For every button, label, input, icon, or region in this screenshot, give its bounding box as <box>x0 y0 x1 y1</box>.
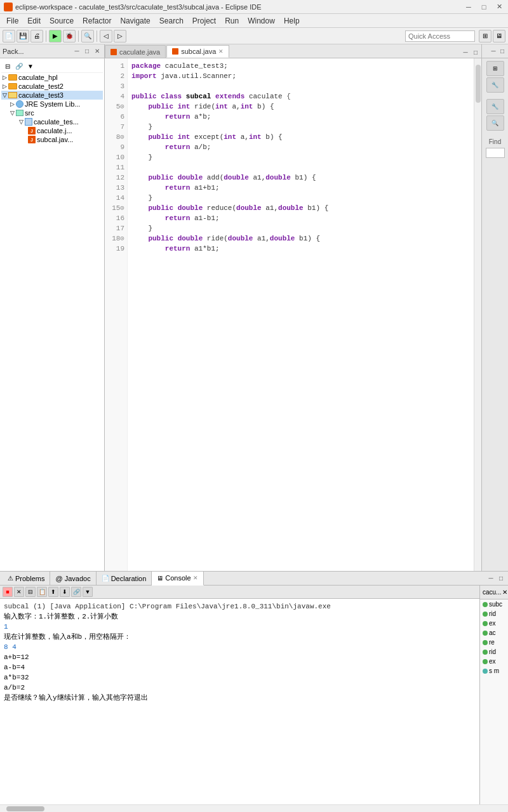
outline-item-subcal[interactable]: subc <box>480 599 508 609</box>
menu-project[interactable]: Project <box>189 15 220 27</box>
close-panel-button[interactable]: ✕ <box>93 47 102 56</box>
save-button[interactable]: 💾 <box>17 30 29 43</box>
tree-item-caculate-hpl[interactable]: ▷ caculate_hpl <box>1 73 103 82</box>
perspective-button[interactable]: ⊞ <box>479 30 491 43</box>
tab-label: subcal.java <box>181 48 216 55</box>
menu-source[interactable]: Source <box>46 15 77 27</box>
code-editor[interactable]: package caculate_test3; import java.util… <box>128 58 474 571</box>
tree-item-jre[interactable]: ▷ JRE System Lib... <box>1 100 103 108</box>
method-dot-icon <box>483 650 488 655</box>
tree-item-caculate-test3[interactable]: ▽ caculate_test3 <box>1 91 103 100</box>
menu-help[interactable]: Help <box>280 15 304 27</box>
maximize-editor-button[interactable]: □ <box>471 48 480 56</box>
menu-refactor[interactable]: Refactor <box>79 15 115 27</box>
tab-caculate-java[interactable]: caculate.java <box>105 45 166 58</box>
right-panel-minimize[interactable]: ─ <box>489 47 498 56</box>
tree-label: caculate_hpl <box>18 74 58 81</box>
method-dot-icon <box>483 621 488 626</box>
find-section: Find <box>483 137 507 158</box>
outline-item-rid2[interactable]: rid <box>480 647 508 657</box>
console-clear-button[interactable]: ✕ <box>14 587 24 597</box>
static-method-dot-icon <box>483 669 488 674</box>
rp-btn-3[interactable]: 🔧 <box>486 99 504 114</box>
tree-item-src[interactable]: ▽ src <box>1 108 103 117</box>
bottom-panel-controls: ─ □ <box>486 574 508 583</box>
bottom-tabs: ⚠ Problems @ Javadoc 📄 Declaration 🖥 Con… <box>0 572 508 586</box>
class-dot-icon <box>483 602 488 607</box>
tab-javadoc[interactable]: @ Javadoc <box>50 572 96 586</box>
console-btn-5[interactable]: ⬆ <box>48 587 58 597</box>
rp-btn-4[interactable]: 🔍 <box>486 115 504 131</box>
tab-subcal-java[interactable]: subcal.java ✕ <box>166 45 229 58</box>
menu-search[interactable]: Search <box>156 15 187 27</box>
tree-item-pkg[interactable]: ▽ caculate_tes... <box>1 117 103 126</box>
console-line-9: 是否继续？输入y继续计算，输入其他字符退出 <box>4 693 476 703</box>
outline-item-ex2[interactable]: ex <box>480 657 508 666</box>
outline-item-s-m[interactable]: s m <box>480 666 508 676</box>
tree-menu-button[interactable]: ▼ <box>25 61 36 71</box>
console-btn-7[interactable]: 🔗 <box>71 587 81 597</box>
editor-scrollbar[interactable] <box>474 58 481 571</box>
rp-btn-1[interactable]: ⊞ <box>486 61 504 76</box>
print-button[interactable]: 🖨 <box>30 30 43 43</box>
tab-close-button[interactable]: ✕ <box>218 48 224 55</box>
outline-item-re[interactable]: re <box>480 638 508 647</box>
outline-close[interactable]: ✕ <box>502 589 507 596</box>
minimize-panel-button[interactable]: ─ <box>72 47 81 56</box>
console-btn-4[interactable]: 📋 <box>37 587 47 597</box>
package-explorer-header: Pack... ─ □ ✕ <box>0 44 104 58</box>
maximize-panel-button[interactable]: □ <box>83 47 91 56</box>
navigate-forward-button[interactable]: ▷ <box>114 30 126 43</box>
app-icon <box>4 3 13 11</box>
minimize-editor-button[interactable]: ─ <box>461 48 470 56</box>
editor-controls: ─ □ <box>460 46 481 58</box>
console-btn-8[interactable]: ▼ <box>83 587 93 597</box>
collapse-all-button[interactable]: ⊟ <box>3 61 13 71</box>
console-btn-3[interactable]: ⊟ <box>25 587 36 597</box>
bottom-maximize-button[interactable]: □ <box>497 574 505 583</box>
close-button[interactable]: ✕ <box>494 2 504 12</box>
link-editor-button[interactable]: 🔗 <box>14 61 24 71</box>
maximize-button[interactable]: □ <box>479 2 489 12</box>
debug-button[interactable]: 🐞 <box>63 30 76 43</box>
right-panel-maximize[interactable]: □ <box>498 47 507 56</box>
view-button[interactable]: 🖥 <box>493 30 505 43</box>
tab-label: Problems <box>15 575 44 582</box>
console-output[interactable]: subcal (1) [Java Application] C:\Program… <box>0 599 479 804</box>
right-panel-content: ⊞ 🔧 🔧 🔍 Find <box>482 58 508 571</box>
menu-edit[interactable]: Edit <box>23 15 44 27</box>
tree-label: JRE System Lib... <box>25 100 80 108</box>
menu-file[interactable]: File <box>3 15 22 27</box>
tree-item-caculate-java[interactable]: J caculate.j... <box>1 126 103 135</box>
console-tab-close[interactable]: ✕ <box>193 575 198 581</box>
new-button[interactable]: 📄 <box>3 30 15 43</box>
main-layout: Pack... ─ □ ✕ ⊟ 🔗 ▼ ▷ caculate_hpl ▷ cac… <box>0 44 508 571</box>
console-btn-6[interactable]: ⬇ <box>60 587 70 597</box>
console-line-1: 输入数字：1.计算整数，2.计算小数 <box>4 612 476 622</box>
tab-console[interactable]: 🖥 Console ✕ <box>152 572 203 586</box>
folder-icon <box>8 74 17 81</box>
menu-window[interactable]: Window <box>244 15 279 27</box>
run-button[interactable]: ▶ <box>49 30 62 43</box>
method-dot-icon <box>483 659 488 664</box>
tree-item-caculate-test2[interactable]: ▷ caculate_test2 <box>1 82 103 91</box>
bottom-scrollbar[interactable] <box>0 804 508 812</box>
scroll-thumb[interactable] <box>6 806 44 811</box>
tab-problems[interactable]: ⚠ Problems <box>3 572 50 586</box>
menu-run[interactable]: Run <box>221 15 243 27</box>
menu-navigate[interactable]: Navigate <box>116 15 154 27</box>
outline-item-ac[interactable]: ac <box>480 628 508 638</box>
find-input[interactable] <box>486 148 505 158</box>
console-stop-button[interactable]: ■ <box>3 587 13 597</box>
tab-declaration[interactable]: 📄 Declaration <box>97 572 152 586</box>
outline-item-ex[interactable]: ex <box>480 619 508 628</box>
navigate-back-button[interactable]: ◁ <box>100 30 112 43</box>
folder-open-icon <box>8 92 17 98</box>
bottom-minimize-button[interactable]: ─ <box>486 574 495 583</box>
outline-item-rid[interactable]: rid <box>480 609 508 619</box>
rp-btn-2[interactable]: 🔧 <box>486 77 504 93</box>
minimize-button[interactable]: ─ <box>464 2 474 12</box>
quick-access-input[interactable] <box>408 32 472 40</box>
search-toolbar-button[interactable]: 🔍 <box>81 30 94 43</box>
tree-item-subcal-java[interactable]: J subcal.jav... <box>1 135 103 144</box>
